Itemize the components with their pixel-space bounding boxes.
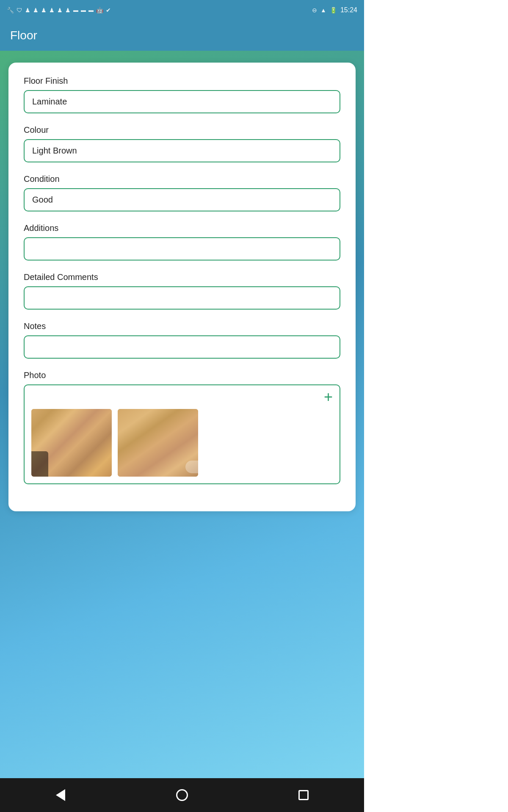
display-icon-3: ▬ (88, 7, 94, 13)
floor-photo-image-2 (118, 409, 198, 477)
key-icon-3: ♟ (41, 7, 47, 14)
notes-group: Notes (24, 321, 340, 359)
condition-input[interactable] (24, 188, 340, 211)
photo-box: + (24, 384, 340, 484)
photo-thumbnail-1[interactable] (31, 409, 112, 477)
detailed-comments-group: Detailed Comments (24, 272, 340, 310)
additions-label: Additions (24, 223, 340, 233)
floor-photo-image-1 (31, 409, 112, 477)
additions-group: Additions (24, 223, 340, 261)
photo-thumbnails (31, 409, 333, 477)
wifi-icon: ▲ (320, 7, 326, 14)
status-time: 15:24 (340, 6, 357, 14)
floor-finish-group: Floor Finish (24, 76, 340, 113)
detailed-comments-input[interactable] (24, 286, 340, 310)
home-button[interactable] (169, 782, 195, 808)
home-icon (176, 789, 188, 801)
wrench-icon: 🔧 (7, 7, 14, 14)
form-card: Floor Finish Colour Condition Additions … (8, 63, 356, 511)
photo-group: Photo + (24, 370, 340, 484)
floor-finish-input[interactable] (24, 90, 340, 113)
key-icon-4: ♟ (49, 7, 55, 14)
notes-input[interactable] (24, 335, 340, 359)
background-area: Floor Finish Colour Condition Additions … (0, 51, 364, 778)
colour-input[interactable] (24, 139, 340, 162)
detailed-comments-label: Detailed Comments (24, 272, 340, 282)
back-icon (56, 789, 65, 801)
colour-label: Colour (24, 125, 340, 135)
condition-label: Condition (24, 174, 340, 184)
key-icon-6: ♟ (65, 7, 71, 14)
shield-icon: 🛡 (17, 7, 22, 14)
notes-label: Notes (24, 321, 340, 331)
photo-label: Photo (24, 370, 340, 380)
checkmark-icon: ✔ (106, 7, 111, 14)
additions-input[interactable] (24, 237, 340, 261)
android-icon: 🤖 (96, 7, 103, 14)
key-icon-1: ♟ (25, 7, 30, 14)
display-icon-1: ▬ (73, 7, 78, 13)
floor-finish-label: Floor Finish (24, 76, 340, 86)
nav-bar (0, 778, 364, 812)
back-button[interactable] (48, 782, 73, 808)
app-bar-title: Floor (10, 29, 37, 42)
add-photo-button[interactable]: + (324, 390, 333, 405)
status-bar-right-icons: ⊖ ▲ 🔋 15:24 (312, 6, 357, 14)
condition-group: Condition (24, 174, 340, 211)
key-icon-5: ♟ (57, 7, 63, 14)
recents-icon (298, 790, 309, 800)
battery-icon: 🔋 (330, 7, 337, 14)
recents-button[interactable] (291, 782, 316, 808)
key-icon-2: ♟ (33, 7, 39, 14)
colour-group: Colour (24, 125, 340, 162)
display-icon-2: ▬ (81, 7, 86, 13)
photo-thumbnail-2[interactable] (118, 409, 198, 477)
app-bar: Floor (0, 20, 364, 51)
status-bar-left-icons: 🔧 🛡 ♟ ♟ ♟ ♟ ♟ ♟ ▬ ▬ ▬ 🤖 ✔ (7, 7, 111, 14)
minus-icon: ⊖ (312, 7, 317, 14)
status-bar: 🔧 🛡 ♟ ♟ ♟ ♟ ♟ ♟ ▬ ▬ ▬ 🤖 ✔ ⊖ ▲ 🔋 15:24 (0, 0, 364, 20)
